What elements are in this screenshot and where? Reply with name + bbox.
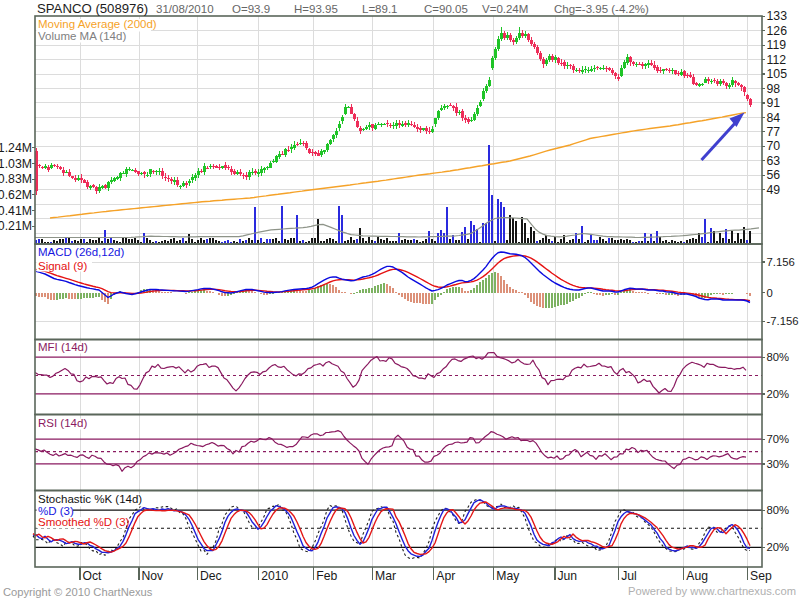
- svg-text:0.83M: 0.83M: [0, 172, 32, 186]
- svg-text:133: 133: [767, 9, 788, 23]
- svg-text:91: 91: [767, 96, 781, 110]
- svg-text:Jun: Jun: [558, 569, 578, 583]
- svg-text:70: 70: [767, 139, 781, 153]
- svg-text:Dec: Dec: [200, 569, 222, 583]
- svg-text:SPANCO (508976): SPANCO (508976): [37, 1, 148, 16]
- svg-text:98: 98: [767, 82, 781, 96]
- svg-text:77: 77: [767, 125, 781, 139]
- svg-text:Stochastic %K (14d): Stochastic %K (14d): [38, 493, 142, 505]
- svg-text:0.62M: 0.62M: [0, 188, 32, 202]
- svg-text:20%: 20%: [767, 388, 790, 400]
- svg-text:119: 119: [767, 38, 787, 52]
- svg-text:0.41M: 0.41M: [0, 204, 32, 218]
- svg-text:20%: 20%: [767, 541, 790, 553]
- svg-text:-7.156: -7.156: [767, 315, 799, 327]
- svg-text:Oct: Oct: [83, 569, 103, 583]
- svg-text:O=93.9: O=93.9: [232, 3, 270, 15]
- svg-text:%D (3): %D (3): [38, 505, 74, 517]
- svg-text:Aug: Aug: [686, 569, 708, 583]
- svg-text:0: 0: [767, 287, 773, 299]
- svg-text:84: 84: [767, 111, 781, 125]
- svg-text:Sep: Sep: [750, 569, 772, 583]
- svg-text:80%: 80%: [767, 351, 790, 363]
- svg-text:31/08/2010: 31/08/2010: [156, 3, 214, 15]
- svg-text:56: 56: [767, 168, 781, 182]
- svg-text:Apr: Apr: [436, 569, 455, 583]
- svg-text:Copyright © 2010 ChartNexus: Copyright © 2010 ChartNexus: [3, 586, 153, 598]
- svg-text:Mar: Mar: [375, 569, 396, 583]
- svg-text:May: May: [496, 569, 520, 583]
- svg-text:MFI (14d): MFI (14d): [38, 341, 88, 353]
- svg-text:Chg=-3.95 (-4.2%): Chg=-3.95 (-4.2%): [554, 3, 649, 15]
- svg-text:V=0.24M: V=0.24M: [482, 3, 528, 15]
- svg-text:70%: 70%: [767, 433, 790, 445]
- svg-text:Smoothed %D (3): Smoothed %D (3): [38, 516, 130, 528]
- svg-text:Feb: Feb: [316, 569, 337, 583]
- svg-text:105: 105: [767, 67, 788, 81]
- svg-text:Powered by www.chartnexus.com: Powered by www.chartnexus.com: [628, 585, 796, 597]
- svg-text:30%: 30%: [767, 458, 790, 470]
- svg-text:63: 63: [767, 154, 781, 168]
- svg-text:0.21M: 0.21M: [0, 219, 32, 233]
- svg-text:1.24M: 1.24M: [0, 141, 32, 155]
- svg-text:Signal (9): Signal (9): [38, 260, 87, 272]
- svg-text:Volume MA (14d): Volume MA (14d): [38, 30, 126, 42]
- svg-text:1.03M: 1.03M: [0, 157, 32, 171]
- svg-text:2010: 2010: [261, 569, 288, 583]
- svg-text:L=89.1: L=89.1: [362, 3, 398, 15]
- svg-text:C=90.05: C=90.05: [424, 3, 468, 15]
- svg-text:112: 112: [767, 53, 787, 67]
- svg-text:RSI (14d): RSI (14d): [38, 417, 87, 429]
- svg-text:7.156: 7.156: [767, 256, 795, 268]
- svg-text:MACD (26d,12d): MACD (26d,12d): [38, 246, 124, 258]
- svg-text:49: 49: [767, 183, 781, 197]
- svg-text:H=93.95: H=93.95: [294, 3, 338, 15]
- svg-text:80%: 80%: [767, 504, 790, 516]
- svg-text:Moving Average (200d): Moving Average (200d): [38, 18, 157, 30]
- svg-text:Nov: Nov: [142, 569, 165, 583]
- svg-text:126: 126: [767, 24, 788, 38]
- svg-text:Jul: Jul: [621, 569, 637, 583]
